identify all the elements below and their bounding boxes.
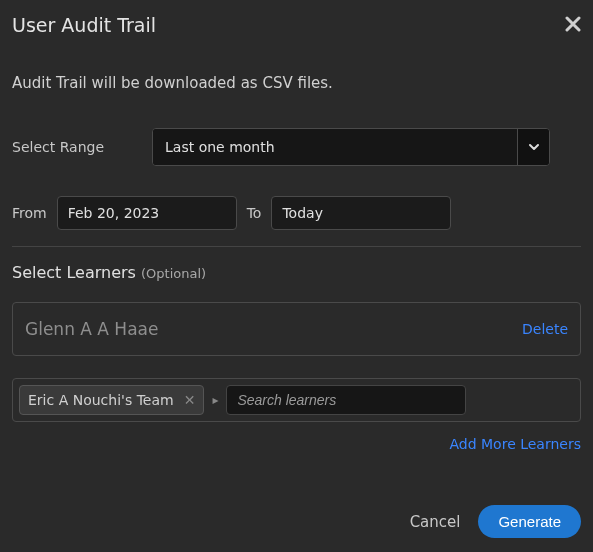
- select-range-row: Select Range Last one month: [12, 128, 581, 166]
- date-range-row: From Feb 20, 2023 To Today: [12, 196, 581, 230]
- learners-section-title: Select Learners (Optional): [12, 263, 581, 282]
- chevron-right-icon: ▸: [212, 393, 218, 407]
- chevron-down-icon[interactable]: [517, 129, 549, 165]
- search-learners-input[interactable]: [226, 385, 466, 415]
- delete-learner-link[interactable]: Delete: [522, 321, 568, 337]
- from-date-input[interactable]: Feb 20, 2023: [57, 196, 237, 230]
- learners-optional-text: (Optional): [141, 266, 206, 281]
- info-text: Audit Trail will be downloaded as CSV fi…: [12, 74, 581, 92]
- team-tag-label: Eric A Nouchi's Team: [28, 392, 174, 408]
- range-select-value: Last one month: [153, 129, 517, 165]
- close-icon[interactable]: [565, 15, 581, 35]
- section-divider: [12, 246, 581, 247]
- audit-trail-modal: User Audit Trail Audit Trail will be dow…: [0, 0, 593, 552]
- from-label: From: [12, 205, 47, 221]
- range-select[interactable]: Last one month: [152, 128, 550, 166]
- add-more-row: Add More Learners: [12, 436, 581, 452]
- close-icon[interactable]: ✕: [184, 392, 196, 408]
- learner-search-row: Eric A Nouchi's Team ✕ ▸: [12, 378, 581, 422]
- to-date-input[interactable]: Today: [271, 196, 451, 230]
- learner-name: Glenn A A Haae: [25, 319, 158, 339]
- team-tag[interactable]: Eric A Nouchi's Team ✕: [19, 385, 204, 415]
- range-label: Select Range: [12, 139, 104, 155]
- cancel-button[interactable]: Cancel: [410, 513, 461, 531]
- modal-header: User Audit Trail: [12, 14, 581, 36]
- modal-title: User Audit Trail: [12, 14, 156, 36]
- learner-box: Glenn A A Haae Delete: [12, 302, 581, 356]
- to-label: To: [247, 205, 262, 221]
- generate-button[interactable]: Generate: [478, 505, 581, 538]
- modal-footer: Cancel Generate: [12, 505, 581, 538]
- add-more-learners-link[interactable]: Add More Learners: [449, 436, 581, 452]
- learners-title-text: Select Learners: [12, 263, 136, 282]
